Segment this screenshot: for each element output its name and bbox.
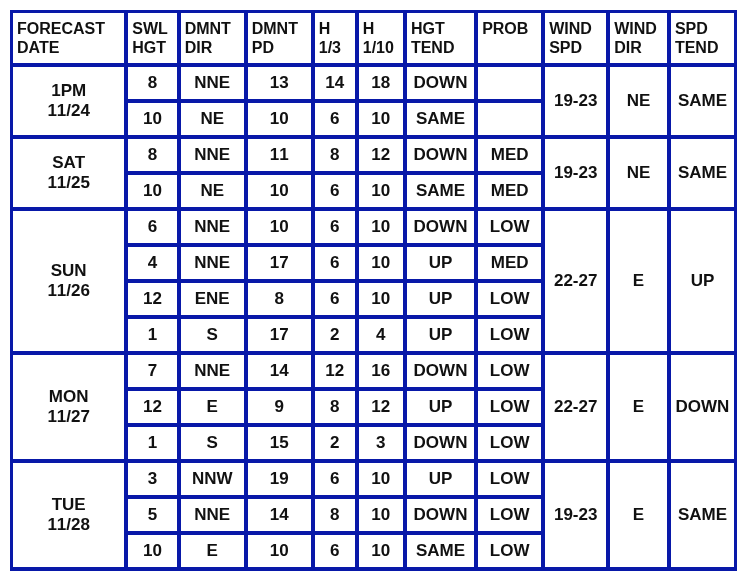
dmnt-pd-cell: 14 [247,354,312,388]
hgt-tend-cell: DOWN [406,66,475,100]
table-row: 1PM11/248NNE131418DOWN19-23NESAME [12,66,735,100]
swl-hgt-cell: 12 [127,390,177,424]
col-h-1-10: H1/10 [358,12,404,64]
dmnt-pd-cell: 10 [247,210,312,244]
dmnt-dir-cell: NNE [180,138,245,172]
hgt-tend-cell: DOWN [406,210,475,244]
header-row: FORECASTDATESWLHGTDMNTDIRDMNTPDH1/3H1/10… [12,12,735,64]
spd-tend-cell: DOWN [670,354,735,460]
table-row: SAT11/258NNE11812DOWNMED19-23NESAME [12,138,735,172]
hgt-tend-cell: SAME [406,102,475,136]
h110-cell: 3 [358,426,404,460]
spd-tend-cell: SAME [670,138,735,208]
prob-cell: LOW [477,462,542,496]
dmnt-dir-cell: NNE [180,498,245,532]
wind-dir-cell: NE [609,66,668,136]
prob-cell [477,102,542,136]
col-spd-tend: SPDTEND [670,12,735,64]
dmnt-pd-cell: 8 [247,282,312,316]
hgt-tend-cell: DOWN [406,426,475,460]
h110-cell: 12 [358,138,404,172]
h13-cell: 12 [314,354,356,388]
dmnt-pd-cell: 15 [247,426,312,460]
prob-cell: LOW [477,354,542,388]
col-prob: PROB [477,12,542,64]
dmnt-dir-cell: E [180,390,245,424]
h13-cell: 2 [314,426,356,460]
h13-cell: 6 [314,210,356,244]
col-hgt-tend: HGTTEND [406,12,475,64]
h13-cell: 6 [314,174,356,208]
h13-cell: 6 [314,102,356,136]
wind-dir-cell: E [609,462,668,568]
prob-cell: LOW [477,426,542,460]
prob-cell: LOW [477,498,542,532]
h13-cell: 2 [314,318,356,352]
dmnt-pd-cell: 17 [247,318,312,352]
h110-cell: 18 [358,66,404,100]
prob-cell [477,66,542,100]
dmnt-pd-cell: 10 [247,174,312,208]
dmnt-dir-cell: NNE [180,246,245,280]
dmnt-dir-cell: S [180,426,245,460]
swl-hgt-cell: 10 [127,174,177,208]
wind-spd-cell: 19-23 [544,462,607,568]
dmnt-pd-cell: 9 [247,390,312,424]
dmnt-dir-cell: NNE [180,210,245,244]
prob-cell: MED [477,138,542,172]
forecast-date-cell: 1PM11/24 [12,66,125,136]
h110-cell: 16 [358,354,404,388]
wind-spd-cell: 19-23 [544,66,607,136]
dmnt-dir-cell: NNW [180,462,245,496]
col-forecast-date: FORECASTDATE [12,12,125,64]
col-dmnt-pd: DMNTPD [247,12,312,64]
dmnt-dir-cell: ENE [180,282,245,316]
dmnt-dir-cell: NE [180,174,245,208]
wind-dir-cell: E [609,354,668,460]
swl-hgt-cell: 8 [127,66,177,100]
dmnt-pd-cell: 13 [247,66,312,100]
col-dmnt-dir: DMNTDIR [180,12,245,64]
dmnt-pd-cell: 10 [247,534,312,568]
wind-dir-cell: NE [609,138,668,208]
wind-spd-cell: 22-27 [544,354,607,460]
prob-cell: MED [477,246,542,280]
dmnt-dir-cell: S [180,318,245,352]
table-row: MON11/277NNE141216DOWNLOW22-27EDOWN [12,354,735,388]
hgt-tend-cell: UP [406,318,475,352]
h13-cell: 6 [314,246,356,280]
prob-cell: LOW [477,318,542,352]
col-h-1-3: H1/3 [314,12,356,64]
swl-hgt-cell: 7 [127,354,177,388]
dmnt-dir-cell: NNE [180,66,245,100]
dmnt-pd-cell: 14 [247,498,312,532]
col-swl-hgt: SWLHGT [127,12,177,64]
h13-cell: 6 [314,282,356,316]
h110-cell: 12 [358,390,404,424]
hgt-tend-cell: UP [406,462,475,496]
col-wind-spd: WINDSPD [544,12,607,64]
forecast-date-cell: TUE11/28 [12,462,125,568]
h110-cell: 10 [358,498,404,532]
h13-cell: 6 [314,462,356,496]
h13-cell: 8 [314,498,356,532]
h110-cell: 10 [358,462,404,496]
prob-cell: LOW [477,534,542,568]
wind-spd-cell: 22-27 [544,210,607,352]
hgt-tend-cell: SAME [406,174,475,208]
dmnt-dir-cell: NNE [180,354,245,388]
hgt-tend-cell: DOWN [406,354,475,388]
h110-cell: 10 [358,174,404,208]
h110-cell: 10 [358,534,404,568]
h13-cell: 6 [314,534,356,568]
swl-hgt-cell: 10 [127,534,177,568]
spd-tend-cell: SAME [670,462,735,568]
swl-hgt-cell: 8 [127,138,177,172]
h13-cell: 14 [314,66,356,100]
prob-cell: MED [477,174,542,208]
prob-cell: LOW [477,282,542,316]
dmnt-dir-cell: NE [180,102,245,136]
dmnt-dir-cell: E [180,534,245,568]
swl-hgt-cell: 1 [127,426,177,460]
swl-hgt-cell: 3 [127,462,177,496]
